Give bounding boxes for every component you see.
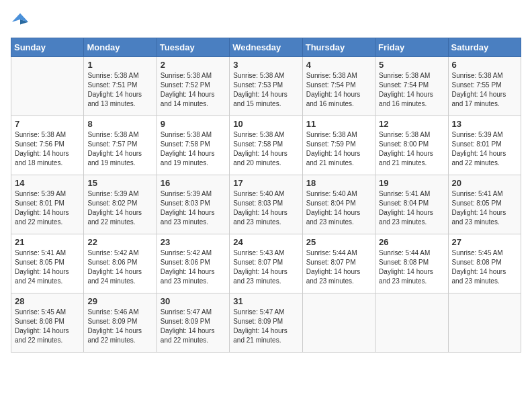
calendar-cell bbox=[448, 293, 521, 353]
column-header-wednesday: Wednesday bbox=[230, 38, 302, 57]
column-header-saturday: Saturday bbox=[448, 38, 521, 57]
calendar-cell: 28Sunrise: 5:45 AMSunset: 8:08 PMDayligh… bbox=[11, 293, 84, 353]
day-info: Sunrise: 5:38 AMSunset: 7:51 PMDaylight:… bbox=[87, 71, 152, 109]
day-number: 8 bbox=[87, 119, 152, 129]
calendar-cell: 1Sunrise: 5:38 AMSunset: 7:51 PMDaylight… bbox=[84, 57, 157, 116]
calendar-cell: 17Sunrise: 5:40 AMSunset: 8:03 PMDayligh… bbox=[230, 175, 302, 234]
day-number: 3 bbox=[233, 60, 298, 70]
week-row-3: 14Sunrise: 5:39 AMSunset: 8:01 PMDayligh… bbox=[11, 175, 521, 234]
calendar-cell: 26Sunrise: 5:44 AMSunset: 8:08 PMDayligh… bbox=[375, 234, 448, 293]
day-number: 19 bbox=[379, 178, 444, 188]
day-info: Sunrise: 5:41 AMSunset: 8:04 PMDaylight:… bbox=[379, 189, 444, 227]
day-info: Sunrise: 5:42 AMSunset: 8:06 PMDaylight:… bbox=[87, 248, 152, 286]
day-number: 16 bbox=[161, 178, 226, 188]
day-number: 9 bbox=[161, 119, 226, 129]
day-number: 12 bbox=[379, 119, 444, 129]
day-number: 21 bbox=[15, 237, 80, 247]
day-info: Sunrise: 5:41 AMSunset: 8:05 PMDaylight:… bbox=[452, 189, 517, 227]
day-info: Sunrise: 5:38 AMSunset: 7:54 PMDaylight:… bbox=[379, 71, 444, 109]
day-number: 30 bbox=[161, 296, 226, 306]
day-info: Sunrise: 5:38 AMSunset: 7:57 PMDaylight:… bbox=[87, 130, 152, 168]
logo bbox=[11, 11, 32, 30]
day-info: Sunrise: 5:39 AMSunset: 8:01 PMDaylight:… bbox=[452, 130, 517, 168]
calendar-cell: 13Sunrise: 5:39 AMSunset: 8:01 PMDayligh… bbox=[448, 116, 521, 175]
column-header-sunday: Sunday bbox=[11, 38, 84, 57]
week-row-4: 21Sunrise: 5:41 AMSunset: 8:05 PMDayligh… bbox=[11, 234, 521, 293]
calendar-table: SundayMondayTuesdayWednesdayThursdayFrid… bbox=[11, 38, 521, 353]
day-number: 17 bbox=[233, 178, 298, 188]
day-info: Sunrise: 5:39 AMSunset: 8:03 PMDaylight:… bbox=[161, 189, 226, 227]
page-header bbox=[11, 11, 521, 30]
calendar-header-row: SundayMondayTuesdayWednesdayThursdayFrid… bbox=[11, 38, 521, 57]
column-header-monday: Monday bbox=[84, 38, 157, 57]
column-header-tuesday: Tuesday bbox=[157, 38, 229, 57]
column-header-friday: Friday bbox=[375, 38, 448, 57]
calendar-cell: 2Sunrise: 5:38 AMSunset: 7:52 PMDaylight… bbox=[157, 57, 229, 116]
calendar-cell: 10Sunrise: 5:38 AMSunset: 7:58 PMDayligh… bbox=[230, 116, 302, 175]
calendar-cell: 7Sunrise: 5:38 AMSunset: 7:56 PMDaylight… bbox=[11, 116, 84, 175]
logo-icon bbox=[11, 11, 30, 30]
calendar-cell: 23Sunrise: 5:42 AMSunset: 8:06 PMDayligh… bbox=[157, 234, 229, 293]
week-row-5: 28Sunrise: 5:45 AMSunset: 8:08 PMDayligh… bbox=[11, 293, 521, 353]
day-info: Sunrise: 5:40 AMSunset: 8:04 PMDaylight:… bbox=[306, 189, 371, 227]
day-number: 10 bbox=[233, 119, 298, 129]
day-number: 23 bbox=[161, 237, 226, 247]
day-info: Sunrise: 5:47 AMSunset: 8:09 PMDaylight:… bbox=[233, 308, 298, 345]
day-number: 1 bbox=[87, 60, 152, 70]
day-number: 29 bbox=[87, 296, 152, 306]
calendar-cell: 27Sunrise: 5:45 AMSunset: 8:08 PMDayligh… bbox=[448, 234, 521, 293]
day-info: Sunrise: 5:38 AMSunset: 7:55 PMDaylight:… bbox=[452, 71, 517, 109]
calendar-cell: 15Sunrise: 5:39 AMSunset: 8:02 PMDayligh… bbox=[84, 175, 157, 234]
day-number: 24 bbox=[233, 237, 298, 247]
week-row-1: 1Sunrise: 5:38 AMSunset: 7:51 PMDaylight… bbox=[11, 57, 521, 116]
day-number: 11 bbox=[306, 119, 371, 129]
day-info: Sunrise: 5:39 AMSunset: 8:02 PMDaylight:… bbox=[87, 189, 152, 227]
day-number: 18 bbox=[306, 178, 371, 188]
day-info: Sunrise: 5:38 AMSunset: 7:54 PMDaylight:… bbox=[306, 71, 371, 109]
day-number: 25 bbox=[306, 237, 371, 247]
calendar-cell: 14Sunrise: 5:39 AMSunset: 8:01 PMDayligh… bbox=[11, 175, 84, 234]
calendar-cell bbox=[375, 293, 448, 353]
calendar-cell bbox=[302, 293, 375, 353]
day-number: 7 bbox=[15, 119, 80, 129]
calendar-cell: 12Sunrise: 5:38 AMSunset: 8:00 PMDayligh… bbox=[375, 116, 448, 175]
day-number: 14 bbox=[15, 178, 80, 188]
calendar-cell: 8Sunrise: 5:38 AMSunset: 7:57 PMDaylight… bbox=[84, 116, 157, 175]
day-info: Sunrise: 5:44 AMSunset: 8:07 PMDaylight:… bbox=[306, 248, 371, 286]
day-info: Sunrise: 5:38 AMSunset: 7:52 PMDaylight:… bbox=[161, 71, 226, 109]
day-number: 26 bbox=[379, 237, 444, 247]
day-info: Sunrise: 5:39 AMSunset: 8:01 PMDaylight:… bbox=[15, 189, 80, 227]
calendar-cell: 6Sunrise: 5:38 AMSunset: 7:55 PMDaylight… bbox=[448, 57, 521, 116]
day-info: Sunrise: 5:38 AMSunset: 8:00 PMDaylight:… bbox=[379, 130, 444, 168]
calendar-cell: 18Sunrise: 5:40 AMSunset: 8:04 PMDayligh… bbox=[302, 175, 375, 234]
day-info: Sunrise: 5:38 AMSunset: 7:59 PMDaylight:… bbox=[306, 130, 371, 168]
day-info: Sunrise: 5:47 AMSunset: 8:09 PMDaylight:… bbox=[161, 308, 226, 345]
calendar-cell: 31Sunrise: 5:47 AMSunset: 8:09 PMDayligh… bbox=[230, 293, 302, 353]
day-number: 13 bbox=[452, 119, 517, 129]
day-number: 22 bbox=[87, 237, 152, 247]
calendar-cell: 30Sunrise: 5:47 AMSunset: 8:09 PMDayligh… bbox=[157, 293, 229, 353]
day-info: Sunrise: 5:38 AMSunset: 7:56 PMDaylight:… bbox=[15, 130, 80, 168]
calendar-cell: 29Sunrise: 5:46 AMSunset: 8:09 PMDayligh… bbox=[84, 293, 157, 353]
day-info: Sunrise: 5:42 AMSunset: 8:06 PMDaylight:… bbox=[161, 248, 226, 286]
day-number: 2 bbox=[161, 60, 226, 70]
day-info: Sunrise: 5:40 AMSunset: 8:03 PMDaylight:… bbox=[233, 189, 298, 227]
day-number: 4 bbox=[306, 60, 371, 70]
calendar-cell: 19Sunrise: 5:41 AMSunset: 8:04 PMDayligh… bbox=[375, 175, 448, 234]
day-info: Sunrise: 5:38 AMSunset: 7:53 PMDaylight:… bbox=[233, 71, 298, 109]
day-info: Sunrise: 5:44 AMSunset: 8:08 PMDaylight:… bbox=[379, 248, 444, 286]
calendar-cell: 3Sunrise: 5:38 AMSunset: 7:53 PMDaylight… bbox=[230, 57, 302, 116]
day-info: Sunrise: 5:45 AMSunset: 8:08 PMDaylight:… bbox=[452, 248, 517, 286]
calendar-cell: 5Sunrise: 5:38 AMSunset: 7:54 PMDaylight… bbox=[375, 57, 448, 116]
column-header-thursday: Thursday bbox=[302, 38, 375, 57]
day-number: 5 bbox=[379, 60, 444, 70]
calendar-cell: 24Sunrise: 5:43 AMSunset: 8:07 PMDayligh… bbox=[230, 234, 302, 293]
day-number: 27 bbox=[452, 237, 517, 247]
calendar-cell: 22Sunrise: 5:42 AMSunset: 8:06 PMDayligh… bbox=[84, 234, 157, 293]
calendar-cell: 20Sunrise: 5:41 AMSunset: 8:05 PMDayligh… bbox=[448, 175, 521, 234]
day-number: 6 bbox=[452, 60, 517, 70]
day-number: 20 bbox=[452, 178, 517, 188]
week-row-2: 7Sunrise: 5:38 AMSunset: 7:56 PMDaylight… bbox=[11, 116, 521, 175]
calendar-cell: 9Sunrise: 5:38 AMSunset: 7:58 PMDaylight… bbox=[157, 116, 229, 175]
calendar-cell: 21Sunrise: 5:41 AMSunset: 8:05 PMDayligh… bbox=[11, 234, 84, 293]
